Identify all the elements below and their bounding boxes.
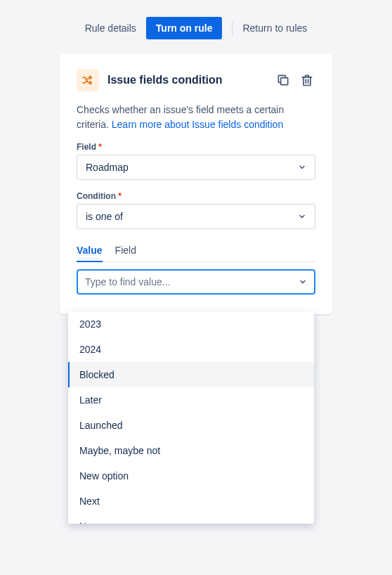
chevron-down-icon bbox=[298, 212, 306, 221]
tab-field[interactable]: Field bbox=[115, 240, 136, 261]
chevron-down-icon bbox=[299, 278, 307, 286]
dropdown-option[interactable]: New option bbox=[68, 463, 314, 489]
return-to-rules-link[interactable]: Return to rules bbox=[242, 22, 307, 34]
card-title: Issue fields condition bbox=[107, 74, 266, 86]
learn-more-link[interactable]: Learn more about Issue fields condition bbox=[112, 119, 283, 130]
dropdown-option[interactable]: 2024 bbox=[68, 337, 314, 362]
value-search[interactable] bbox=[77, 269, 315, 295]
value-dropdown-list[interactable]: 20232024BlockedLaterLaunchedMaybe, maybe… bbox=[68, 311, 314, 524]
top-bar: Rule details Turn on rule Return to rule… bbox=[0, 0, 392, 51]
condition-icon-badge bbox=[77, 69, 99, 91]
condition-card: Issue fields condition Checks whether bbox=[60, 53, 332, 314]
svg-rect-0 bbox=[281, 78, 288, 85]
field-select-value: Roadmap bbox=[86, 162, 129, 173]
tab-value[interactable]: Value bbox=[77, 240, 103, 261]
card-header: Issue fields condition bbox=[77, 69, 315, 91]
dropdown-option[interactable]: Next bbox=[68, 489, 314, 514]
card-description: Checks whether an issue's field meets a … bbox=[77, 103, 315, 132]
dropdown-option[interactable]: Maybe, maybe not bbox=[68, 438, 314, 463]
dropdown-option[interactable]: Launched bbox=[68, 413, 314, 438]
duplicate-button[interactable] bbox=[275, 72, 292, 89]
turn-on-rule-button[interactable]: Turn on rule bbox=[146, 17, 223, 39]
condition-select-value: is one of bbox=[86, 211, 123, 222]
dropdown-option[interactable]: 2023 bbox=[68, 311, 314, 337]
dropdown-option[interactable]: Blocked bbox=[68, 362, 314, 387]
shuffle-icon bbox=[81, 74, 94, 86]
divider bbox=[232, 20, 233, 36]
value-dropdown[interactable]: 20232024BlockedLaterLaunchedMaybe, maybe… bbox=[68, 311, 314, 524]
condition-select[interactable]: is one of bbox=[77, 204, 315, 229]
copy-icon bbox=[276, 73, 290, 87]
dropdown-option[interactable]: Later bbox=[68, 387, 314, 413]
condition-label: Condition * bbox=[77, 191, 315, 201]
value-field-tabs: Value Field bbox=[77, 240, 315, 262]
trash-icon bbox=[300, 73, 314, 87]
delete-button[interactable] bbox=[299, 72, 315, 89]
dropdown-option[interactable]: Now bbox=[68, 514, 314, 524]
value-search-input[interactable] bbox=[85, 276, 299, 288]
rule-details-link[interactable]: Rule details bbox=[85, 22, 136, 34]
field-select[interactable]: Roadmap bbox=[77, 155, 315, 180]
field-label: Field * bbox=[77, 142, 315, 152]
chevron-down-icon bbox=[298, 163, 306, 172]
